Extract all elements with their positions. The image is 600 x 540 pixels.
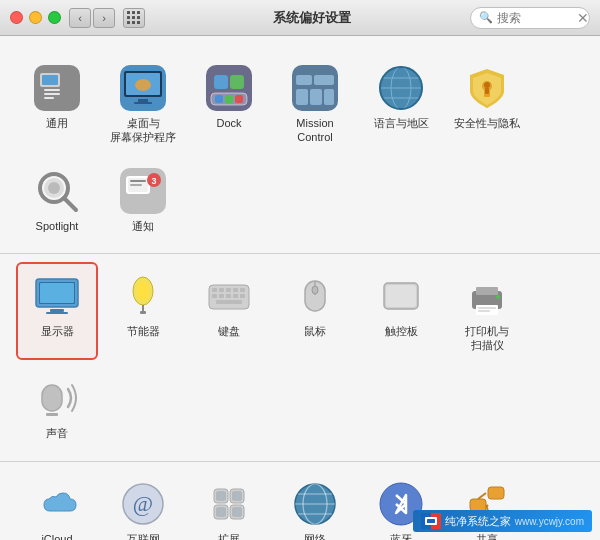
search-input[interactable] bbox=[497, 11, 577, 25]
clear-search-button[interactable]: ✕ bbox=[577, 10, 589, 26]
svg-rect-43 bbox=[130, 184, 142, 186]
svg-rect-56 bbox=[212, 288, 217, 292]
svg-text:3: 3 bbox=[151, 176, 156, 186]
svg-rect-18 bbox=[230, 75, 244, 89]
displays-label: 显示器 bbox=[41, 324, 74, 338]
pref-mouse[interactable]: 鼠标 bbox=[274, 262, 356, 361]
minimize-button[interactable] bbox=[29, 11, 42, 24]
maximize-button[interactable] bbox=[48, 11, 61, 24]
pref-network[interactable]: 网络 bbox=[274, 470, 356, 540]
svg-rect-16 bbox=[235, 95, 243, 103]
keyboard-label: 键盘 bbox=[218, 324, 240, 338]
svg-rect-23 bbox=[310, 89, 322, 105]
pref-notification[interactable]: 3 通知 bbox=[102, 157, 184, 241]
watermark-url: www.ycwjy.com bbox=[515, 516, 584, 527]
pref-displays[interactable]: 显示器 bbox=[16, 262, 98, 361]
svg-point-75 bbox=[496, 295, 500, 299]
back-button[interactable]: ‹ bbox=[69, 8, 91, 28]
svg-rect-17 bbox=[214, 75, 228, 89]
svg-rect-24 bbox=[324, 89, 334, 105]
pref-desktop[interactable]: 桌面与屏幕保护程序 bbox=[102, 54, 184, 153]
mission-label: MissionControl bbox=[296, 116, 333, 145]
language-icon bbox=[377, 64, 425, 112]
internet-icon: @ bbox=[119, 480, 167, 528]
security-icon bbox=[463, 64, 511, 112]
displays-icon bbox=[33, 272, 81, 320]
svg-rect-2 bbox=[42, 75, 58, 85]
notification-icon: 3 bbox=[119, 167, 167, 215]
forward-button[interactable]: › bbox=[93, 8, 115, 28]
general-label: 通用 bbox=[46, 116, 68, 130]
trackpad-icon bbox=[377, 272, 425, 320]
dock-label: Dock bbox=[216, 116, 241, 130]
internet-label: 互联网帐户 bbox=[127, 532, 160, 540]
pref-extensions[interactable]: 扩展 bbox=[188, 470, 270, 540]
mouse-icon bbox=[291, 272, 339, 320]
search-bar[interactable]: 🔍 ✕ bbox=[470, 7, 590, 29]
svg-rect-71 bbox=[386, 285, 416, 307]
svg-rect-20 bbox=[296, 75, 312, 85]
pref-general[interactable]: 通用 bbox=[16, 54, 98, 153]
svg-rect-64 bbox=[233, 294, 238, 298]
svg-rect-87 bbox=[232, 491, 242, 501]
extensions-icon bbox=[205, 480, 253, 528]
svg-rect-48 bbox=[40, 283, 74, 303]
svg-point-37 bbox=[48, 182, 60, 194]
svg-rect-63 bbox=[226, 294, 231, 298]
pref-printer[interactable]: 打印机与扫描仪 bbox=[446, 262, 528, 361]
desktop-icon bbox=[119, 64, 167, 112]
mission-icon bbox=[291, 64, 339, 112]
pref-mission[interactable]: MissionControl bbox=[274, 54, 356, 153]
nav-arrows: ‹ › bbox=[69, 8, 115, 28]
svg-rect-86 bbox=[216, 491, 226, 501]
window-title: 系统偏好设置 bbox=[153, 9, 470, 27]
svg-rect-50 bbox=[46, 312, 68, 314]
pref-keyboard[interactable]: 键盘 bbox=[188, 262, 270, 361]
svg-rect-22 bbox=[296, 89, 308, 105]
svg-point-52 bbox=[137, 281, 149, 301]
svg-rect-34 bbox=[485, 88, 489, 94]
pref-icloud[interactable]: iCloud bbox=[16, 470, 98, 540]
watermark: 纯净系统之家 www.ycwjy.com bbox=[413, 510, 592, 532]
network-label: 网络 bbox=[304, 532, 326, 540]
svg-rect-66 bbox=[216, 300, 242, 304]
svg-text:@: @ bbox=[133, 491, 153, 516]
svg-rect-14 bbox=[215, 95, 223, 103]
pref-sound[interactable]: 声音 bbox=[16, 364, 98, 448]
pref-trackpad[interactable]: 触控板 bbox=[360, 262, 442, 361]
svg-line-38 bbox=[64, 198, 76, 210]
svg-rect-61 bbox=[212, 294, 217, 298]
printer-icon bbox=[463, 272, 511, 320]
energy-icon bbox=[119, 272, 167, 320]
pref-internet[interactable]: @ 互联网帐户 bbox=[102, 470, 184, 540]
svg-rect-54 bbox=[140, 311, 146, 314]
notification-label: 通知 bbox=[132, 219, 154, 233]
svg-rect-49 bbox=[50, 309, 64, 312]
svg-rect-59 bbox=[233, 288, 238, 292]
close-button[interactable] bbox=[10, 11, 23, 24]
sharing-label: 共享 bbox=[476, 532, 498, 540]
svg-rect-10 bbox=[138, 99, 148, 102]
svg-rect-88 bbox=[216, 507, 226, 517]
pref-dock[interactable]: Dock bbox=[188, 54, 270, 153]
pref-language[interactable]: 语言与地区 bbox=[360, 54, 442, 153]
svg-rect-97 bbox=[470, 499, 486, 511]
dock-icon bbox=[205, 64, 253, 112]
svg-rect-0 bbox=[34, 65, 80, 111]
svg-rect-65 bbox=[240, 294, 245, 298]
pref-energy[interactable]: 节能器 bbox=[102, 262, 184, 361]
svg-rect-15 bbox=[225, 95, 233, 103]
pref-security[interactable]: 安全性与隐私 bbox=[446, 54, 528, 153]
svg-rect-57 bbox=[219, 288, 224, 292]
svg-rect-77 bbox=[478, 310, 490, 312]
svg-rect-78 bbox=[42, 385, 62, 411]
grid-view-button[interactable] bbox=[123, 8, 145, 28]
window-controls bbox=[10, 11, 61, 24]
svg-rect-60 bbox=[240, 288, 245, 292]
svg-point-9 bbox=[135, 79, 151, 91]
svg-rect-73 bbox=[476, 287, 498, 295]
pref-spotlight[interactable]: Spotlight bbox=[16, 157, 98, 241]
svg-rect-5 bbox=[44, 97, 54, 99]
network-icon bbox=[291, 480, 339, 528]
svg-rect-76 bbox=[478, 307, 496, 309]
